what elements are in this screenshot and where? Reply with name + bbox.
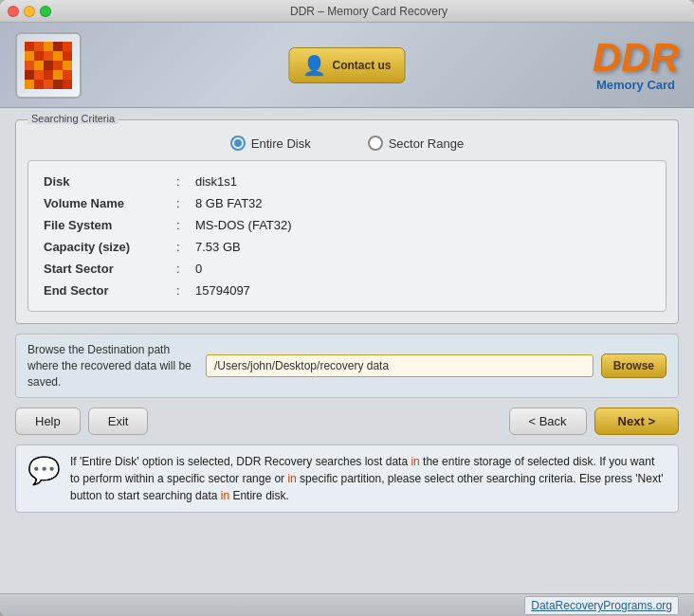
ddr-logo: DDR Memory Card [593,38,679,92]
info-icon: 💬 [27,455,61,486]
checker-pattern [25,42,72,89]
criteria-panel: Searching Criteria Entire Disk Sector Ra… [15,119,679,324]
disk-colon-0: : [176,174,195,189]
radio-sector-label: Sector Range [389,136,465,151]
radio-entire-disk-circle[interactable] [230,136,246,151]
disk-info-row-3: Capacity (size) : 7.53 GB [44,236,650,258]
header: 👤 Contact us DDR Memory Card [0,23,694,108]
info-text: If 'Entire Disk' option is selected, DDR… [70,453,667,504]
disk-colon-4: : [176,262,195,276]
disk-key-3: Capacity (size) [44,240,176,254]
ddr-title: DDR [593,38,679,78]
help-button[interactable]: Help [15,408,81,435]
disk-colon-1: : [176,196,195,210]
footer: DataRecoveryPrograms.org [0,593,694,616]
disk-info-row-5: End Sector : 15794097 [44,280,650,301]
exit-button[interactable]: Exit [88,408,149,435]
disk-info-row-2: File System : MS-DOS (FAT32) [44,214,650,236]
app-logo [15,32,82,99]
disk-val-0: disk1s1 [195,174,237,189]
disk-val-4: 0 [195,262,202,276]
radio-inner-dot [234,139,242,147]
button-row: Help Exit < Back Next > [15,408,679,435]
radio-sector-circle[interactable] [368,136,383,151]
disk-val-2: MS-DOS (FAT32) [195,218,292,232]
disk-info-row-1: Volume Name : 8 GB FAT32 [44,192,650,214]
disk-key-1: Volume Name [44,196,176,210]
app-window: DDR – Memory Card Recovery 👤 Contact us … [0,0,694,616]
criteria-label: Searching Criteria [27,113,119,124]
disk-key-5: End Sector [44,283,176,298]
disk-val-1: 8 GB FAT32 [195,196,263,210]
info-box: 💬 If 'Entire Disk' option is selected, D… [15,444,679,513]
disk-colon-2: : [176,218,195,232]
contact-label: Contact us [332,59,391,72]
main-content: Searching Criteria Entire Disk Sector Ra… [0,108,694,593]
disk-key-0: Disk [44,174,176,189]
disk-key-4: Start Sector [44,262,176,276]
minimize-button[interactable] [24,6,35,17]
disk-colon-5: : [176,283,195,298]
disk-info-row-4: Start Sector : 0 [44,258,650,280]
disk-val-5: 15794097 [195,283,250,298]
contact-button[interactable]: 👤 Contact us [288,47,405,83]
disk-key-2: File System [44,218,176,232]
radio-entire-disk-label: Entire Disk [251,136,311,151]
disk-info-row-0: Disk : disk1s1 [44,171,650,192]
back-button[interactable]: < Back [509,408,587,435]
maximize-button[interactable] [40,6,51,17]
radio-row: Entire Disk Sector Range [27,130,667,160]
traffic-lights [8,6,51,17]
browse-button[interactable]: Browse [601,353,667,378]
browse-row: Browse the Destination path where the re… [15,334,679,398]
disk-colon-3: : [176,240,195,254]
browse-label: Browse the Destination path where the re… [27,342,198,390]
titlebar: DDR – Memory Card Recovery [0,0,694,23]
radio-entire-disk[interactable]: Entire Disk [230,136,311,151]
browse-path-input[interactable] [206,354,594,377]
ddr-subtitle: Memory Card [593,78,679,92]
radio-sector-range[interactable]: Sector Range [368,136,465,151]
footer-link[interactable]: DataRecoveryPrograms.org [524,596,679,615]
contact-icon: 👤 [302,54,326,77]
close-button[interactable] [8,6,19,17]
next-button[interactable]: Next > [594,408,679,435]
window-title: DDR – Memory Card Recovery [51,5,686,18]
disk-val-3: 7.53 GB [195,240,241,254]
disk-info-box: Disk : disk1s1 Volume Name : 8 GB FAT32 … [27,160,667,312]
